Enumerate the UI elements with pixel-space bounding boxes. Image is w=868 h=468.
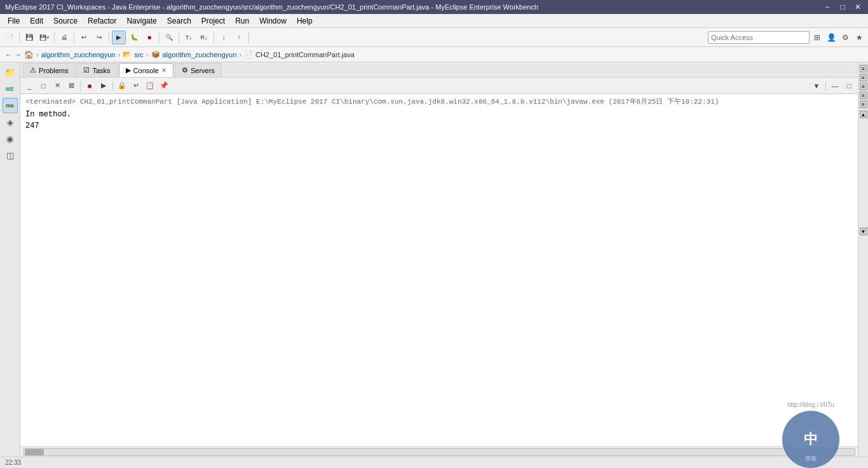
save-all-button[interactable]: 💾+	[37, 31, 51, 45]
prev-annotation[interactable]: ↑	[232, 31, 246, 45]
servers-icon: ⚙	[182, 66, 188, 74]
redo-button[interactable]: ↪	[92, 31, 106, 45]
tasks-icon: ☑	[83, 66, 90, 74]
console-left-tools: _ □ ✕ ⊠ ■ ▶ 🔒 ↵ 📋 📌	[23, 79, 170, 92]
breadcrumb-nav-back[interactable]: ←	[5, 51, 12, 59]
ct-close[interactable]: ✕	[51, 79, 64, 92]
ct-word-wrap[interactable]: ↵	[130, 79, 142, 92]
console-output: <terminated> CH2_01_printCommanPart [Jav…	[20, 94, 858, 446]
debug-button[interactable]: 🐛	[127, 31, 141, 45]
ct-copy[interactable]: 📋	[144, 79, 156, 92]
status-bar: 22:33	[0, 457, 868, 468]
stop-button[interactable]: ■	[142, 31, 156, 45]
ct-maximize-view[interactable]: □	[843, 79, 855, 92]
new-button[interactable]: 📄	[3, 31, 17, 45]
ct-maximize[interactable]: □	[37, 79, 50, 92]
ct-view-menu[interactable]: ▼	[810, 79, 823, 92]
toolbar-row1: 📄 💾 💾+ 🖨 ↩ ↪ ▶ 🐛 ■ 🔍 T↓ R↓ ↓ ↑ ⊞ 👤 ⚙ ★	[0, 28, 868, 47]
perspective-button2[interactable]: 👤	[825, 31, 837, 44]
tab-problems[interactable]: ⚠ Problems	[23, 63, 75, 77]
menu-source[interactable]: Source	[48, 15, 83, 27]
save-button[interactable]: 💾	[22, 31, 36, 45]
sep7	[214, 32, 214, 43]
breadcrumb-workspace[interactable]: algorithm_zuochengyun	[41, 51, 116, 59]
sidebar-icon-1[interactable]: 📁	[3, 65, 18, 80]
rs-btn-5[interactable]: ≡	[860, 100, 867, 108]
open-resource-button[interactable]: R↓	[197, 31, 211, 45]
menu-project[interactable]: Project	[196, 15, 230, 27]
title-bar: MyEclipse 2017 CI_Workspaces - Java Ente…	[0, 0, 868, 14]
ct-run[interactable]: ▶	[97, 79, 110, 92]
menu-run[interactable]: Run	[230, 15, 254, 27]
rs-btn-2[interactable]: ≡	[860, 74, 867, 81]
console-tabs: ⚠ Problems ☑ Tasks ▶ Console ✕ ⚙ Servers	[20, 62, 858, 78]
ct-minimize-view[interactable]: —	[829, 79, 841, 92]
minimize-button[interactable]: −	[822, 2, 832, 12]
console-line-1: In method.	[25, 109, 853, 120]
breadcrumb-src[interactable]: src	[134, 51, 144, 59]
title-text: MyEclipse 2017 CI_Workspaces - Java Ente…	[5, 3, 538, 11]
run-button[interactable]: ▶	[112, 31, 126, 45]
console-toolbar: _ □ ✕ ⊠ ■ ▶ 🔒 ↵ 📋 📌 ▼ — □	[20, 78, 858, 94]
menu-refactor[interactable]: Refactor	[83, 15, 121, 27]
quick-access-input[interactable]	[708, 31, 810, 44]
menu-window[interactable]: Window	[254, 15, 292, 27]
sep2	[54, 32, 55, 43]
rs-btn-1[interactable]: ≡	[860, 65, 867, 72]
problems-icon: ⚠	[30, 66, 36, 74]
maximize-button[interactable]: □	[837, 2, 848, 12]
tab-tasks[interactable]: ☑ Tasks	[76, 63, 117, 77]
left-sidebar: 📁 ME me ◈ ◉ ◫	[0, 62, 20, 457]
next-annotation[interactable]: ↓	[217, 31, 231, 45]
menu-search[interactable]: Search	[162, 15, 196, 27]
tasks-label: Tasks	[92, 67, 110, 74]
tab-servers[interactable]: ⚙ Servers	[175, 63, 222, 77]
main-area: 📁 ME me ◈ ◉ ◫ ⚠ Problems ☑ Tasks ▶ Con	[0, 62, 868, 457]
console-right-tools: ▼ — □	[810, 79, 855, 92]
ct-stop[interactable]: ■	[83, 79, 96, 92]
scroll-area	[20, 446, 858, 457]
sidebar-icon-5[interactable]: ◉	[3, 131, 18, 146]
sep3	[74, 32, 74, 43]
menu-navigate[interactable]: Navigate	[121, 15, 161, 27]
print-button[interactable]: 🖨	[57, 31, 71, 45]
console-icon: ▶	[126, 66, 131, 74]
search-button[interactable]: 🔍	[162, 31, 176, 45]
perspective-button3[interactable]: ⚙	[839, 31, 851, 44]
breadcrumb-file-icon: 📄	[244, 50, 253, 59]
perspective-button1[interactable]: ⊞	[811, 31, 824, 44]
console-label: Console	[133, 67, 159, 74]
menu-help[interactable]: Help	[292, 15, 318, 27]
rs-btn-up[interactable]: ▲	[860, 111, 867, 118]
ct-remove-all[interactable]: ⊠	[65, 79, 78, 92]
sidebar-icon-4[interactable]: ◈	[3, 114, 18, 130]
h-scrollbar[interactable]	[23, 448, 855, 456]
ct-paste[interactable]: 📌	[158, 79, 170, 92]
breadcrumb-src-icon: 📂	[123, 50, 132, 59]
ct-scroll-lock[interactable]: 🔒	[116, 79, 128, 92]
sidebar-icon-2[interactable]: ME	[3, 81, 18, 97]
breadcrumb-package[interactable]: algorithm_zuochengyun	[163, 51, 237, 59]
console-panel: ⚠ Problems ☑ Tasks ▶ Console ✕ ⚙ Servers	[20, 62, 858, 457]
rs-btn-down[interactable]: ▼	[860, 228, 867, 235]
sep4	[109, 32, 109, 43]
rs-btn-3[interactable]: ≡	[860, 83, 867, 90]
sep1	[19, 32, 20, 43]
sidebar-icon-3[interactable]: me	[3, 98, 18, 113]
ct-minimize[interactable]: _	[23, 79, 36, 92]
ct-sep1	[80, 81, 81, 91]
close-button[interactable]: ✕	[853, 2, 863, 12]
menu-edit[interactable]: Edit	[25, 15, 48, 27]
perspective-button4[interactable]: ★	[853, 31, 865, 44]
servers-label: Servers	[191, 67, 215, 74]
menu-file[interactable]: File	[3, 15, 25, 27]
rs-btn-4[interactable]: ≡	[860, 92, 867, 99]
h-scrollbar-thumb[interactable]	[25, 449, 44, 455]
breadcrumb-file: CH2_01_printCommanPart.java	[255, 51, 355, 59]
open-type-button[interactable]: T↓	[182, 31, 196, 45]
undo-button[interactable]: ↩	[77, 31, 91, 45]
sidebar-icon-6[interactable]: ◫	[3, 148, 18, 163]
breadcrumb-nav-forward[interactable]: →	[15, 51, 22, 59]
console-close-button[interactable]: ✕	[161, 67, 166, 74]
tab-console[interactable]: ▶ Console ✕	[119, 63, 173, 77]
